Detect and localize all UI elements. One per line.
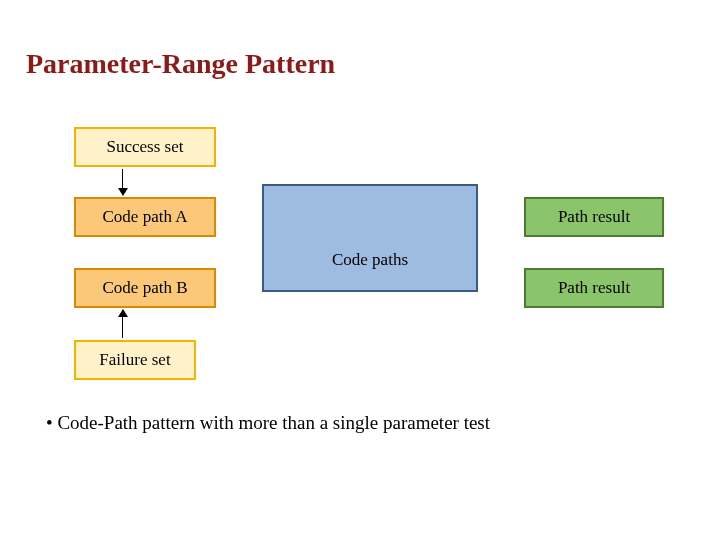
box-path-result-2: Path result <box>524 268 664 308</box>
box-code-path-b: Code path B <box>74 268 216 308</box>
arrow-failure-to-path-b <box>122 310 123 338</box>
arrow-success-to-path-a <box>122 169 123 195</box>
slide-title: Parameter-Range Pattern <box>26 48 335 80</box>
box-path-result-1: Path result <box>524 197 664 237</box>
box-code-path-a: Code path A <box>74 197 216 237</box>
bullet-text: Code-Path pattern with more than a singl… <box>46 412 490 434</box>
slide: Parameter-Range Pattern Success set Code… <box>0 0 720 540</box>
box-success-set: Success set <box>74 127 216 167</box>
box-failure-set: Failure set <box>74 340 196 380</box>
box-code-paths: Code paths <box>262 184 478 292</box>
